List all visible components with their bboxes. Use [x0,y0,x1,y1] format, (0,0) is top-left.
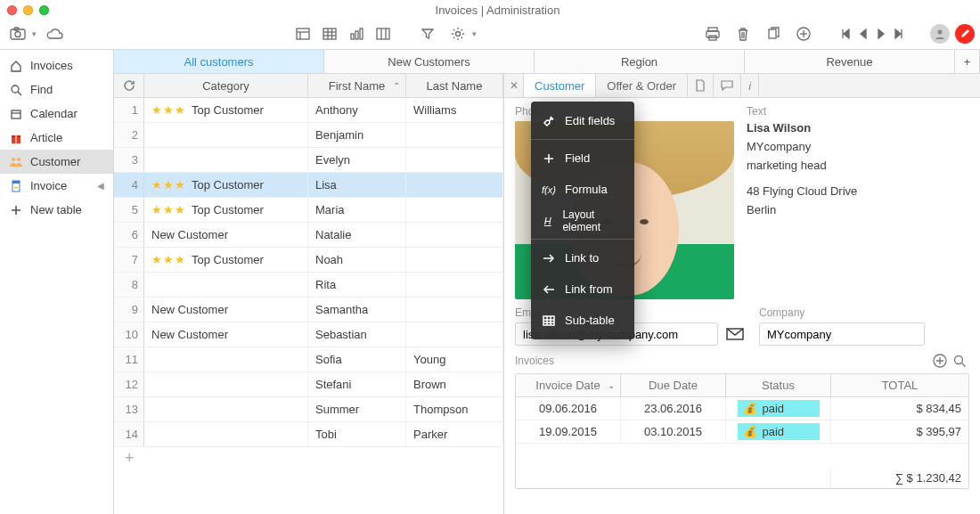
ctx-layout-element[interactable]: H Layout element [531,205,634,236]
cell-first-name[interactable]: Samantha [308,298,406,322]
invoice-row[interactable]: 19.09.201503.10.2015💰paid$ 395,97 [516,420,968,444]
gear-icon[interactable] [445,23,470,45]
ctx-link-to[interactable]: Link to [531,242,634,273]
table-row[interactable]: 11SofiaYoung [114,347,503,372]
nav-first-icon[interactable] [837,23,853,45]
cloud-icon[interactable] [42,23,67,45]
table-row[interactable]: 14TobiParker [114,422,503,447]
view-tab-new-customers[interactable]: New Customers [324,50,535,73]
ctx-link-from[interactable]: Link from [531,273,634,305]
column-header-first-name[interactable]: First Name⌃ [308,74,406,97]
cell-category[interactable]: ★★★Top Customer [144,198,308,222]
add-view-tab-button[interactable]: + [955,50,980,73]
zoom-window-button[interactable] [39,5,49,15]
ctx-edit-fields[interactable]: Edit fields [531,105,634,136]
table-row[interactable]: 4★★★Top CustomerLisa [114,173,503,198]
detail-tab-customer[interactable]: Customer [524,74,596,97]
detail-tab-info-icon[interactable]: i [741,74,759,97]
form-view-icon[interactable] [290,23,315,45]
table-row[interactable]: 12StefaniBrown [114,372,503,397]
view-tab-revenue[interactable]: Revenue [745,50,955,73]
company-field[interactable] [759,322,925,346]
cell-last-name[interactable]: Williams [406,98,503,122]
cell-first-name[interactable]: Summer [308,397,406,421]
cell-first-name[interactable]: Natalie [308,223,406,247]
cell-last-name[interactable]: Parker [406,422,503,446]
search-invoices-icon[interactable] [950,351,969,371]
detail-tab-chat-icon[interactable] [714,74,741,97]
sidebar-item-find[interactable]: Find [0,78,113,102]
sidebar-item-invoice[interactable]: Invoice ◀ [0,174,113,198]
cell-first-name[interactable]: Benjamin [308,123,406,147]
cell-category[interactable]: ★★★Top Customer [144,173,308,197]
inv-col-status[interactable]: Status [726,374,831,396]
nav-last-icon[interactable] [891,23,907,45]
print-icon[interactable] [700,23,725,45]
nav-next-icon[interactable] [873,23,889,45]
column-header-last-name[interactable]: Last Name [406,74,503,97]
cell-last-name[interactable]: Thompson [406,397,503,421]
detail-tab-doc-icon[interactable] [688,74,714,97]
table-row[interactable]: 6New CustomerNatalie [114,223,503,248]
cell-category[interactable] [144,372,308,396]
cell-category[interactable]: ★★★Top Customer [144,98,308,122]
cell-first-name[interactable]: Tobi [308,422,406,446]
table-row[interactable]: 10New CustomerSebastian [114,322,503,347]
cell-first-name[interactable]: Maria [308,198,406,222]
sidebar-item-invoices[interactable]: Invoices [0,53,113,78]
close-window-button[interactable] [7,5,17,15]
cell-last-name[interactable] [406,298,503,322]
filter-icon[interactable] [415,23,440,45]
table-row[interactable]: 7★★★Top CustomerNoah [114,248,503,273]
cell-first-name[interactable]: Sebastian [308,322,406,347]
cell-category[interactable] [144,397,308,421]
cell-first-name[interactable]: Lisa [308,173,406,197]
cell-last-name[interactable] [406,173,503,197]
cell-last-name[interactable] [406,198,503,222]
duplicate-icon[interactable] [761,23,786,45]
detail-tab-offer-order[interactable]: Offer & Order [596,74,688,97]
table-row[interactable]: 13SummerThompson [114,397,503,422]
cell-category[interactable] [144,347,308,371]
column-header-category[interactable]: Category [144,74,308,97]
cell-first-name[interactable]: Anthony [308,98,406,122]
cell-last-name[interactable] [406,223,503,247]
cell-first-name[interactable]: Rita [308,273,406,297]
table-row[interactable]: 1★★★Top CustomerAnthonyWilliams [114,98,503,123]
ctx-formula[interactable]: f(x) Formula [531,174,634,205]
cell-last-name[interactable] [406,322,503,347]
add-row-button[interactable]: + [114,447,503,469]
cell-first-name[interactable]: Sofia [308,347,406,371]
cell-category[interactable]: ★★★Top Customer [144,248,308,272]
table-row[interactable]: 8Rita [114,273,503,298]
cell-category[interactable] [144,148,308,172]
inv-col-total[interactable]: TOTAL [831,374,968,396]
table-view-icon[interactable] [317,23,342,45]
kanban-view-icon[interactable] [371,23,396,45]
invoice-row[interactable]: 09.06.201623.06.2016💰paid$ 834,45 [516,397,968,420]
sidebar-item-customer[interactable]: Customer [0,150,113,174]
camera-icon[interactable] [5,23,30,45]
sidebar-item-new-table[interactable]: New table [0,198,113,222]
inv-col-due[interactable]: Due Date [621,374,726,396]
table-row[interactable]: 9New CustomerSamantha [114,298,503,322]
sidebar-item-calendar[interactable]: Calendar [0,102,113,126]
cell-category[interactable]: New Customer [144,298,308,322]
sidebar-item-article[interactable]: Article [0,126,113,150]
cell-last-name[interactable] [406,273,503,297]
nav-prev-icon[interactable] [855,23,871,45]
cell-last-name[interactable] [406,248,503,272]
add-invoice-icon[interactable] [930,351,950,371]
table-row[interactable]: 5★★★Top CustomerMaria [114,198,503,223]
view-tab-region[interactable]: Region [535,50,745,73]
cell-last-name[interactable] [406,123,503,147]
refresh-icon[interactable] [114,74,144,97]
table-row[interactable]: 3Evelyn [114,148,503,173]
cell-first-name[interactable]: Evelyn [308,148,406,172]
ctx-sub-table[interactable]: Sub-table [531,305,634,336]
cell-category[interactable] [144,123,308,147]
trash-icon[interactable] [731,23,755,45]
cell-category[interactable] [144,273,308,297]
cell-last-name[interactable]: Young [406,347,503,371]
user-avatar-icon[interactable] [930,24,950,44]
